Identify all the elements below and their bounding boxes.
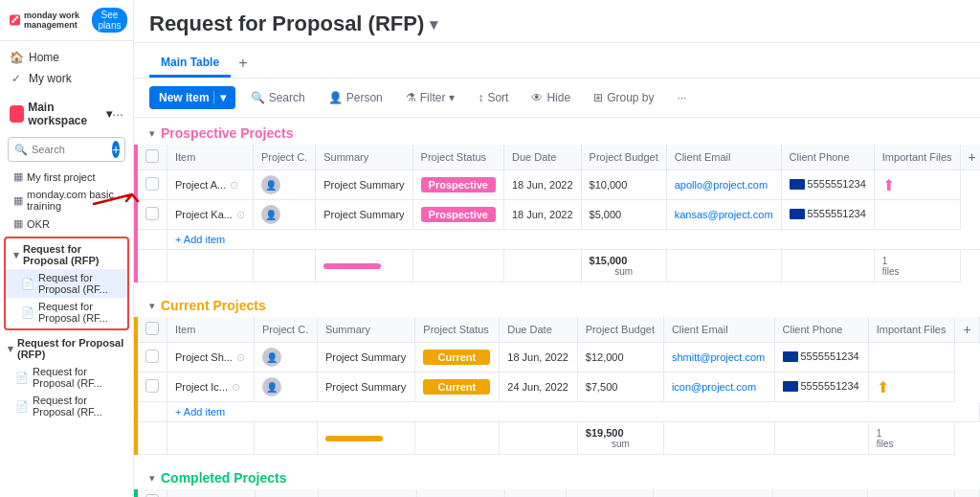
rfp2-header[interactable]: ▾ Request for Proposal (RFP)	[0, 334, 133, 363]
header-checkbox[interactable]	[145, 149, 159, 163]
rfp2-child-label: Request for Proposal (RF...	[33, 395, 125, 418]
group-toggle-completed[interactable]: ▾	[149, 472, 155, 485]
row-budget: $12,000	[577, 343, 663, 373]
col-email: Client Email	[663, 317, 774, 343]
row-item: Project A...⊙	[167, 170, 254, 200]
email-link[interactable]: apollo@project.com	[675, 179, 768, 191]
col-item: Item	[167, 489, 256, 497]
col-add[interactable]: +	[955, 489, 980, 497]
row-status[interactable]: Prospective	[412, 170, 503, 200]
svg-point-2	[13, 18, 16, 21]
prospective-table: Item Project C. Summary Project Status D…	[134, 145, 980, 282]
add-item-button[interactable]: +	[112, 141, 120, 158]
col-add[interactable]: +	[955, 317, 980, 343]
col-checkbox	[136, 489, 167, 497]
doc-icon: 📄	[15, 372, 29, 384]
sidebar-item-mondaytraining[interactable]: ▦ monday.com basic training	[0, 186, 133, 215]
app-name: monday work management	[24, 11, 85, 30]
col-status: Project Status	[412, 145, 503, 170]
sidebar-item-okr[interactable]: ▦ OKR	[0, 215, 133, 233]
sidebar-item-myfirstproject[interactable]: ▦ My first project	[0, 168, 133, 186]
row-checkbox[interactable]	[136, 200, 167, 230]
rfp-section: ▾ Request for Proposal (RFP) 📄 Request f…	[4, 237, 129, 330]
col-due-date: Due Date	[503, 145, 581, 170]
group-toggle-current[interactable]: ▾	[149, 300, 155, 312]
row-budget: $5,000	[581, 200, 666, 230]
group-toggle-prospective[interactable]: ▾	[149, 127, 155, 140]
group-by-button[interactable]: ⊞ Group by	[586, 87, 661, 108]
row-checkbox[interactable]	[136, 170, 167, 200]
new-item-dropdown-icon[interactable]: ▾	[213, 91, 226, 104]
email-link[interactable]: kansas@project.com	[675, 209, 773, 220]
row-status[interactable]: Current	[415, 343, 500, 373]
col-summary: Summary	[317, 317, 414, 343]
tab-add-button[interactable]: +	[231, 49, 255, 78]
row-project-c: 👤	[254, 373, 317, 402]
row-status[interactable]: Current	[415, 373, 500, 402]
search-input[interactable]	[32, 144, 108, 155]
tab-main-table[interactable]: Main Table	[149, 50, 231, 78]
workspace-title[interactable]: Main workspace ▾	[10, 101, 112, 127]
project-label: My first project	[27, 171, 96, 183]
row-phone: 5555551234	[774, 343, 868, 373]
header-checkbox[interactable]	[145, 322, 159, 335]
filter-chevron-icon: ▾	[449, 91, 455, 104]
row-files: ⬆	[868, 373, 955, 402]
new-item-button[interactable]: New item ▾	[149, 86, 235, 109]
email-link[interactable]: shmitt@project.com	[672, 351, 765, 363]
row-due-date: 24 Jun, 2022	[500, 373, 578, 402]
sort-button[interactable]: ↕ Sort	[470, 87, 516, 108]
col-add[interactable]: +	[960, 145, 980, 170]
rfp-chevron-icon: ▾	[13, 249, 19, 261]
workspace-dots-button[interactable]: ···	[112, 106, 123, 122]
hide-button[interactable]: 👁 Hide	[523, 87, 578, 108]
row-status[interactable]: Prospective	[412, 200, 503, 230]
sidebar: monday work management See plans 🏠 Home …	[0, 0, 134, 497]
filter-button[interactable]: ⚗ Filter ▾	[398, 87, 463, 108]
row-budget: $10,000	[581, 170, 666, 200]
row-summary: Project Summary	[316, 200, 412, 230]
row-checkbox[interactable]	[136, 343, 167, 373]
col-item: Item	[167, 145, 254, 170]
row-summary: Project Summary	[316, 170, 412, 200]
rfp-header[interactable]: ▾ Request for Proposal (RFP)	[6, 240, 127, 269]
row-phone: 5555551234	[774, 373, 868, 402]
sidebar-item-rfp-2[interactable]: 📄 Request for Proposal (RF...	[6, 298, 127, 327]
row-email: apollo@project.com	[666, 170, 781, 200]
row-files	[868, 343, 955, 373]
search-button[interactable]: 🔍 Search	[243, 87, 313, 108]
sidebar-item-rfp-1[interactable]: 📄 Request for Proposal (RF...	[6, 269, 127, 298]
sidebar-item-mywork[interactable]: ✓ My work	[0, 68, 133, 89]
search-icon: 🔍	[14, 144, 28, 156]
col-due-date: Due Date	[500, 317, 578, 343]
project-label: monday.com basic training	[27, 189, 125, 212]
files-count-current: 1 files	[868, 422, 955, 455]
sum-label-current: sum	[586, 439, 656, 449]
add-item-button[interactable]: + Add item	[167, 402, 980, 422]
col-summary: Summary	[319, 489, 417, 497]
sidebar-item-rfp2-1[interactable]: 📄 Request for Proposal (RF...	[0, 363, 133, 392]
sidebar-item-rfp2-2[interactable]: 📄 Request for Proposal (RF...	[0, 392, 133, 420]
see-plans-button[interactable]: See plans	[92, 8, 128, 33]
row-summary: Project Summary	[317, 343, 414, 373]
row-project-c: 👤	[253, 200, 315, 230]
email-link[interactable]: icon@project.com	[672, 381, 756, 393]
person-button[interactable]: 👤 Person	[321, 87, 390, 108]
col-budget: Project Budget	[577, 317, 663, 343]
doc-icon: 📄	[21, 278, 34, 290]
col-checkbox	[136, 317, 167, 343]
add-item-button[interactable]: + Add item	[167, 230, 981, 250]
sort-icon: ↕	[478, 91, 483, 104]
row-email: icon@project.com	[663, 373, 774, 402]
sidebar-item-home[interactable]: 🏠 Home	[0, 47, 133, 68]
rfp-child-label: Request for Proposal (RF...	[38, 272, 120, 295]
more-button[interactable]: ···	[669, 87, 694, 108]
board-icon: ▦	[13, 217, 23, 230]
sum-label-prospective: sum	[590, 266, 658, 277]
row-checkbox[interactable]	[136, 373, 167, 402]
rfp2-child-label: Request for Proposal (RF...	[33, 366, 125, 389]
rfp2-section: ▾ Request for Proposal (RFP) 📄 Request f…	[0, 332, 133, 422]
table-row: Project Ka...⊙ 👤 Project Summary Prospec…	[136, 200, 980, 230]
filter-label: Filter	[420, 91, 446, 104]
title-chevron-icon[interactable]: ▾	[430, 15, 437, 34]
